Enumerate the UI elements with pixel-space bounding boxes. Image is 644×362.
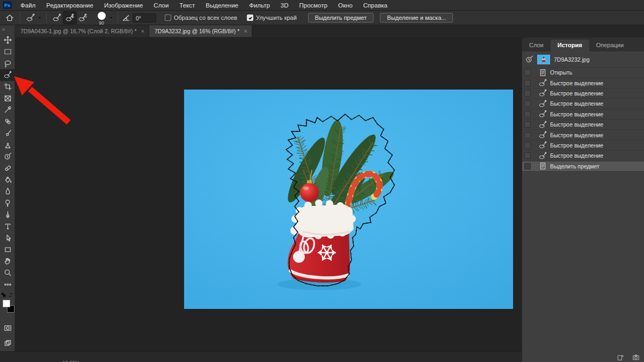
history-brush-well[interactable] xyxy=(524,142,531,149)
frame-tool[interactable] xyxy=(0,92,15,104)
tab-close-icon[interactable]: × xyxy=(141,28,144,34)
tab-layers[interactable]: Слои xyxy=(522,40,551,51)
menu-item[interactable]: Просмотр xyxy=(294,0,333,11)
menu-item[interactable]: Выделение xyxy=(200,0,244,11)
quick-mask-button[interactable] xyxy=(0,322,15,334)
tab-actions[interactable]: Операции xyxy=(589,40,631,51)
new-snapshot-camera-icon[interactable] xyxy=(632,353,640,361)
zoom-tool[interactable] xyxy=(0,267,15,279)
history-step[interactable]: Быстрое выделение xyxy=(522,130,644,140)
brush-tool[interactable] xyxy=(0,128,15,139)
history-source-row[interactable]: 7D9A3232.jpg xyxy=(522,51,644,68)
checkbox-unchecked[interactable] xyxy=(165,14,171,21)
add-to-selection-mode-button[interactable] xyxy=(63,12,76,24)
menu-item[interactable]: Изображение xyxy=(99,0,148,11)
document-tab-title: 7D9A3232.jpg @ 16% (RGB/8#) * xyxy=(155,28,239,34)
history-step-icon xyxy=(539,89,547,97)
document-canvas-image[interactable] xyxy=(184,90,513,309)
zoom-readout[interactable]: 16,66% xyxy=(62,359,79,362)
document-tab[interactable]: 7D9A0436-1.jpg @ 16,7% (Слой 2, RGB/8#) … xyxy=(15,25,149,37)
menu-item[interactable]: 3D xyxy=(275,0,294,11)
new-selection-mode-button[interactable] xyxy=(50,12,63,24)
new-document-from-state-icon[interactable] xyxy=(616,353,624,361)
menu-item[interactable]: Текст xyxy=(174,0,200,11)
history-brush-well[interactable] xyxy=(524,163,531,169)
history-brush-well[interactable] xyxy=(524,121,531,128)
dodge-tool[interactable] xyxy=(0,197,15,209)
tab-history[interactable]: История xyxy=(551,40,589,51)
tool-preset-button[interactable] xyxy=(24,12,37,24)
separator xyxy=(46,12,47,23)
hand-tool[interactable] xyxy=(0,255,15,267)
tab-close-icon[interactable]: × xyxy=(244,28,247,34)
home-button[interactable] xyxy=(3,12,16,24)
photoshop-logo[interactable]: Ps xyxy=(3,1,12,9)
history-step-label: Быстрое выделение xyxy=(550,152,603,159)
checkbox-checked[interactable] xyxy=(247,14,253,21)
menu-item[interactable]: Фильтр xyxy=(244,0,275,11)
brush-size-picker[interactable]: 90 xyxy=(94,11,108,25)
sample-all-layers-checkbox[interactable]: Образец со всех слоев xyxy=(165,14,237,21)
chevron-down-icon[interactable] xyxy=(108,15,114,20)
history-brush-well[interactable] xyxy=(524,100,531,107)
clone-stamp-tool[interactable] xyxy=(0,139,15,151)
pen-tool[interactable] xyxy=(0,209,15,220)
brush-preview-circle xyxy=(98,12,106,20)
edit-toolbar-button[interactable] xyxy=(0,278,15,290)
shape-tool[interactable] xyxy=(0,243,15,255)
history-brush-tool[interactable] xyxy=(0,151,15,162)
history-step-label: Быстрое выделение xyxy=(550,90,603,97)
menu-item[interactable]: Файл xyxy=(15,0,41,11)
eyedropper-tool[interactable] xyxy=(0,104,15,116)
paint-bucket-tool[interactable] xyxy=(0,174,15,186)
history-brush-well[interactable] xyxy=(524,111,531,117)
menu-item[interactable]: Слои xyxy=(148,0,174,11)
history-step[interactable]: Быстрое выделение xyxy=(522,120,644,130)
select-and-mask-button[interactable]: Выделение и маска... xyxy=(380,13,453,23)
history-brush-well[interactable] xyxy=(524,90,531,97)
history-step[interactable]: Быстрое выделение xyxy=(522,109,644,120)
history-brush-well[interactable] xyxy=(524,132,531,138)
menu-item[interactable]: Справка xyxy=(358,0,393,11)
chevron-down-icon[interactable] xyxy=(37,15,42,20)
history-step-label: Открыть xyxy=(550,69,572,76)
swap-colors-icon[interactable] xyxy=(8,292,13,298)
history-step[interactable]: Быстрое выделение xyxy=(522,78,644,88)
crop-tool[interactable] xyxy=(0,81,15,93)
menu-item[interactable]: Окно xyxy=(333,0,358,11)
subtract-from-selection-mode-button[interactable] xyxy=(76,12,89,24)
history-step[interactable]: Быстрое выделение xyxy=(522,141,644,151)
default-colors-icon[interactable] xyxy=(1,292,6,298)
select-subject-button[interactable]: Выделить предмет xyxy=(308,13,374,23)
blur-tool[interactable] xyxy=(0,186,15,197)
separator xyxy=(20,12,20,23)
history-step[interactable]: Быстрое выделение xyxy=(522,88,644,99)
sample-all-layers-label: Образец со всех слоев xyxy=(174,14,237,21)
history-brush-well[interactable] xyxy=(524,152,531,159)
history-brush-well[interactable] xyxy=(524,80,531,86)
history-brush-source-icon[interactable] xyxy=(525,55,533,63)
foreground-color-chip[interactable] xyxy=(3,300,10,307)
history-step[interactable]: Выделить предмет xyxy=(522,161,644,172)
history-step[interactable]: Быстрое выделение xyxy=(522,151,644,161)
document-tab[interactable]: 7D9A3232.jpg @ 16% (RGB/8#) * × xyxy=(149,25,252,37)
history-step[interactable]: Открыть xyxy=(522,68,644,78)
angle-input[interactable]: 0° xyxy=(133,13,156,23)
history-brush-well[interactable] xyxy=(524,69,531,76)
move-tool[interactable] xyxy=(0,34,15,46)
quick-selection-tool[interactable] xyxy=(0,69,15,81)
healing-brush-tool[interactable] xyxy=(0,116,15,128)
history-step-icon xyxy=(539,69,547,77)
history-source-thumbnail[interactable] xyxy=(537,55,550,64)
lasso-tool[interactable] xyxy=(0,57,15,69)
menu-item[interactable]: Редактирование xyxy=(41,0,99,11)
history-step-icon xyxy=(539,131,547,139)
refine-edge-checkbox[interactable]: Улучшить край xyxy=(247,14,297,21)
marquee-tool[interactable] xyxy=(0,46,15,58)
history-step[interactable]: Быстрое выделение xyxy=(522,99,644,109)
path-selection-tool[interactable] xyxy=(0,232,15,244)
toolbar-collapse-button[interactable]: » xyxy=(0,25,14,34)
eraser-tool[interactable] xyxy=(0,162,15,174)
screen-mode-button[interactable] xyxy=(0,337,15,349)
type-tool[interactable] xyxy=(0,220,15,232)
